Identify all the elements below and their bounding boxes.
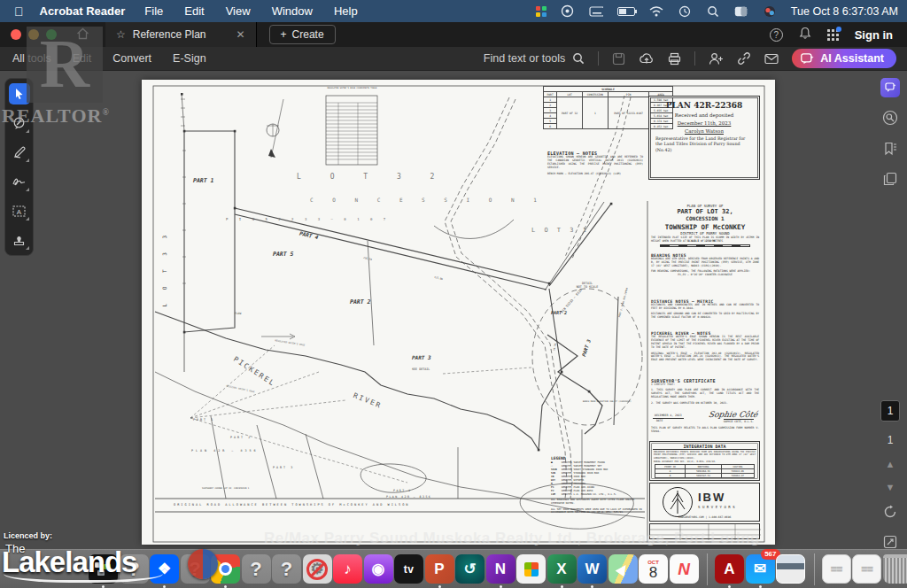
dock-missing-app-1[interactable]: ? (120, 554, 149, 584)
sign-tool[interactable] (9, 171, 30, 192)
share-link-icon[interactable] (737, 51, 751, 66)
dock-blocked-app[interactable]: ⚙ (303, 554, 332, 584)
dock: ? ❖ ? ? ? ⚙ ♪ ◉ tv P ↺ N X W OCT8 N A ✉5… (0, 549, 907, 588)
dock-window-manager[interactable] (89, 554, 118, 584)
print-icon[interactable] (668, 52, 681, 66)
dock-podcasts[interactable]: ◉ (364, 554, 393, 584)
dock-excel[interactable]: X (547, 554, 577, 584)
apps-grid-icon[interactable] (827, 29, 839, 41)
ai-panel-icon[interactable] (880, 78, 900, 97)
tab-all-tools[interactable]: All tools (12, 52, 51, 65)
elevation-notes: ELEVATION — NOTES ELEVATIONS SHOWN HEREO… (547, 151, 643, 175)
dock-news[interactable]: N (670, 554, 699, 584)
dock-document-1[interactable]: ≡≡ (822, 554, 851, 584)
dock-document-2[interactable]: ≡≡ (852, 554, 881, 584)
dock-maps[interactable] (609, 554, 638, 584)
coordinate-table-title: REGULATED WATER'S EDGE COORDINATE TABLE (319, 87, 385, 89)
bottom-part3: PART 3 (273, 466, 294, 469)
menu-clock[interactable]: Tue Oct 8 6:37:03 AM (791, 5, 898, 18)
ibw-logo (663, 487, 693, 517)
menu-window[interactable]: Window (272, 4, 313, 18)
ai-chat-icon (801, 53, 814, 65)
dock-onenote[interactable]: N (486, 554, 516, 584)
menu-app-name[interactable]: Acrobat Reader (40, 4, 126, 18)
menu-view[interactable]: View (226, 4, 251, 18)
page-number-input[interactable]: 1 (880, 400, 900, 422)
dock-divider (707, 553, 708, 585)
menu-file[interactable]: File (144, 4, 163, 18)
keyboard-icon[interactable] (589, 5, 603, 18)
help-icon[interactable]: ? (770, 28, 783, 42)
dock-office[interactable] (516, 554, 546, 584)
minimize-window-button[interactable] (28, 29, 39, 40)
cloud-upload-icon[interactable] (639, 52, 655, 65)
apple-menu-icon[interactable]:  (14, 4, 24, 19)
find-text-button[interactable]: Find text or tools (484, 52, 585, 65)
dock-time-machine[interactable]: ↺ (455, 554, 485, 584)
dock-word[interactable]: W (578, 554, 607, 584)
colored-grid-icon[interactable] (536, 6, 547, 17)
see-detail-label: SEE DETAIL (412, 368, 430, 371)
dock-missing-app-3[interactable]: ? (242, 554, 271, 584)
text-box-tool[interactable]: A (9, 200, 30, 221)
request-signature-icon[interactable] (709, 52, 724, 66)
select-tool[interactable] (9, 83, 30, 104)
previous-page-button[interactable]: ▲ (886, 459, 895, 469)
dock-dropbox[interactable]: ❖ (150, 554, 179, 584)
star-icon[interactable]: ☆ (116, 28, 126, 41)
create-button[interactable]: + Create (269, 25, 336, 44)
stamp-tool[interactable] (9, 229, 30, 251)
bookmarks-panel-icon[interactable] (883, 142, 897, 159)
close-window-button[interactable] (11, 29, 21, 40)
recent-items-icon[interactable] (678, 5, 692, 18)
comment-tool[interactable] (9, 112, 30, 134)
plan-number: PLAN 42R-22368 (649, 101, 759, 110)
dock-trash[interactable] (883, 554, 907, 584)
pickerel-notes: PICKEREL RIVER — NOTES THE REGULATED WAT… (651, 331, 759, 362)
monuments (181, 93, 612, 451)
dock-missing-app-2[interactable]: ? (181, 554, 210, 584)
bottom-part1: PART 1 (193, 418, 214, 422)
dock-chrome[interactable] (211, 554, 240, 584)
search-panel-icon[interactable] (882, 110, 898, 129)
tab-convert[interactable]: Convert (112, 52, 151, 65)
rotate-view-icon[interactable] (883, 505, 897, 522)
dock-powerpoint[interactable]: P (425, 554, 454, 584)
page-thumbnails-panel-icon[interactable] (883, 172, 897, 190)
pdf-page[interactable]: SCHEDULE PARTLOT CONCESSIONPIN AREA 1 PA… (142, 80, 775, 545)
dock-calendar[interactable]: OCT8 (639, 554, 668, 584)
close-tab-icon[interactable]: ✕ (236, 28, 244, 41)
email-icon[interactable] (764, 53, 779, 65)
menu-help[interactable]: Help (334, 4, 358, 18)
draw-tool[interactable] (9, 142, 30, 163)
document-tab[interactable]: ☆ Reference Plan ✕ (105, 22, 257, 47)
part-5-label: PART 5 (273, 251, 293, 258)
save-icon[interactable] (612, 52, 625, 66)
spotlight-icon[interactable] (706, 5, 720, 18)
dock-acrobat[interactable]: A (715, 554, 744, 584)
ai-assistant-button[interactable]: AI Assistant (792, 49, 896, 68)
dock-music[interactable]: ♪ (333, 554, 362, 584)
dock-mail[interactable]: ✉567 (746, 554, 775, 584)
dock-missing-app-4[interactable]: ? (272, 554, 301, 584)
notifications-bell-icon[interactable] (799, 27, 811, 43)
zoom-window-button[interactable] (46, 29, 57, 40)
tab-edit[interactable]: Edit (73, 52, 92, 65)
dock-preview-window[interactable] (776, 554, 805, 584)
acrobat-toolbar: All tools Edit Convert E-Sign Find text … (0, 47, 907, 71)
menu-edit[interactable]: Edit (184, 4, 204, 18)
surveyor-signature: Sophie Côté (708, 410, 758, 419)
flow-label: FLOW (235, 312, 241, 315)
home-icon[interactable] (76, 27, 89, 43)
legend-row: LUMDENOTES L.U. MAUGHAN CO. LTD., O.L.S. (551, 492, 644, 496)
next-page-button[interactable]: ▼ (886, 482, 895, 492)
sign-in-button[interactable]: Sign in (855, 28, 893, 42)
creative-cloud-icon[interactable] (561, 5, 575, 18)
user-switch-icon[interactable] (734, 5, 748, 18)
dock-tv[interactable]: tv (394, 554, 423, 584)
bottom-plan2: PLAN 42R — 8356 (386, 495, 431, 499)
tab-esign[interactable]: E-Sign (173, 52, 206, 65)
control-center-icon[interactable] (763, 5, 777, 18)
battery-icon[interactable] (617, 7, 635, 16)
wifi-icon[interactable] (649, 5, 663, 18)
